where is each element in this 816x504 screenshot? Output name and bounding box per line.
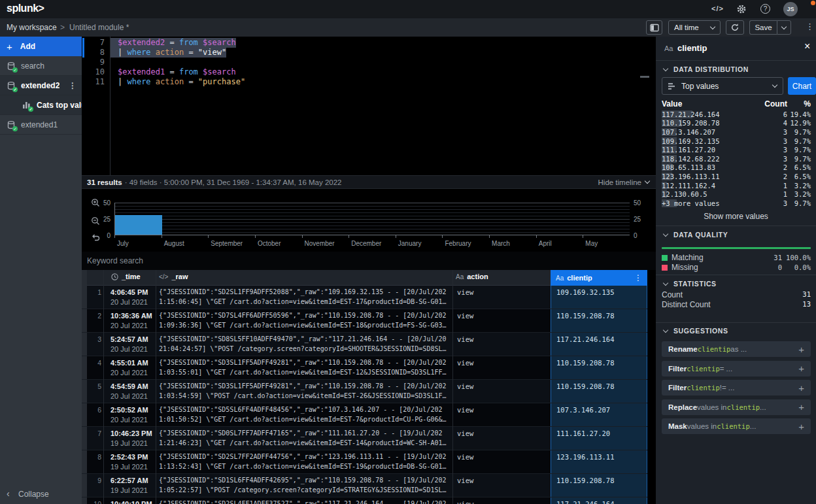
table-row[interactable]: 14:06:45 PM20 Jul 2021{"JSESSIONID":"SD2… <box>82 286 647 309</box>
cell-time: 5:24:57 AM <box>110 335 148 343</box>
show-more-values-link[interactable]: Show more values <box>656 212 816 221</box>
x-tick-label: March <box>492 240 510 247</box>
keyword-search-input[interactable]: Keyword search <box>82 252 656 270</box>
gear-icon[interactable] <box>736 4 747 14</box>
breadcrumb-workspace[interactable]: My workspace <box>7 23 57 32</box>
close-panel-icon[interactable]: × <box>804 41 810 52</box>
help-icon[interactable]: ? <box>760 4 770 14</box>
add-suggestion-icon[interactable]: + <box>798 382 804 394</box>
value-row[interactable]: 111.161.27.2039.7% <box>662 145 811 154</box>
cell-clientip-selected[interactable]: 110.159.208.78 <box>551 309 647 333</box>
timeline-bar[interactable] <box>115 215 162 235</box>
table-row[interactable]: 96:22:57 AM19 Jul 2021{"JSESSIONID":"SD1… <box>82 474 647 497</box>
table-row[interactable]: 1010:40:10 PM19 Jul 2021{"JSESSIONID":"S… <box>82 497 647 504</box>
add-suggestion-icon[interactable]: + <box>798 421 804 432</box>
table-row[interactable]: 35:24:57 AM20 Jul 2021{"JSESSIONID":"SD8… <box>82 333 647 356</box>
code-line-11[interactable]: 11| where action = "purchase" <box>82 77 656 87</box>
cell-clientip-selected[interactable]: 107.3.146.207 <box>551 403 647 427</box>
value-row[interactable]: 117.21.246.164619.4% <box>662 110 811 119</box>
column-divider <box>103 270 104 504</box>
table-row[interactable]: 54:54:59 AM20 Jul 2021{"JSESSIONID":"SD3… <box>82 380 647 403</box>
x-tick <box>208 235 209 238</box>
cell-clientip-selected[interactable]: 117.21.246.164 <box>551 497 647 504</box>
distribution-mode-dropdown[interactable]: Top values <box>662 77 783 95</box>
suggestion-mask[interactable]: Mask values in clientip ...+ <box>662 418 811 434</box>
value-row[interactable]: 112.111.162.413.2% <box>662 181 811 190</box>
table-header-row: _time </> _raw Aa action Aa clientip ⋮ <box>82 270 647 286</box>
add-suggestion-icon[interactable]: + <box>798 344 804 355</box>
value-row[interactable]: 110.159.208.78412.9% <box>662 119 811 128</box>
divider <box>656 322 816 323</box>
line-number: 9 <box>82 58 105 67</box>
chevron-down-icon <box>645 178 650 184</box>
spl-code-editor[interactable]: 7$extended2 = from $search8| where actio… <box>82 37 656 175</box>
value-row[interactable]: 107.3.146.20739.7% <box>662 127 811 137</box>
row-number: 5 <box>87 382 101 390</box>
table-row[interactable]: 710:46:23 PM19 Jul 2021{"JSESSIONID":"SD… <box>82 427 647 450</box>
code-line-7[interactable]: 7$extended2 = from $search <box>82 38 656 48</box>
save-button[interactable]: Save <box>749 20 777 35</box>
hide-timeline-button[interactable]: Hide timeline <box>598 178 649 186</box>
section-data-distribution[interactable]: DATA DISTRIBUTION <box>664 65 749 73</box>
code-icon[interactable]: </> <box>711 5 724 12</box>
save-menu-button[interactable] <box>777 20 791 35</box>
value-row[interactable]: 108.65.113.8326.5% <box>662 163 811 173</box>
cell-clientip-selected[interactable]: 110.159.208.78 <box>551 474 647 497</box>
cell-clientip-selected[interactable]: 110.159.208.78 <box>551 356 647 380</box>
hide-timeline-label: Hide timeline <box>598 178 641 186</box>
column-header-action[interactable]: Aa action <box>456 273 488 280</box>
section-data-quality[interactable]: DATA QUALITY <box>664 231 728 239</box>
pct-cell: 6.5% <box>787 173 811 180</box>
code-line-9[interactable]: 9 <box>82 58 656 67</box>
value-row[interactable]: 12.130.60.513.2% <box>662 190 811 199</box>
suggestion-filter-eq[interactable]: Filter clientip = ...+ <box>662 361 811 377</box>
layout-panel-button[interactable] <box>646 20 662 35</box>
section-statistics[interactable]: STATISTICS <box>664 280 717 288</box>
collapse-button[interactable]: ‹ Collapse <box>7 488 49 499</box>
cell-clientip-selected[interactable]: 110.159.208.78 <box>551 380 647 403</box>
table-row[interactable]: 82:52:43 PM19 Jul 2021{"JSESSIONID":"SD2… <box>82 450 647 474</box>
value-row[interactable]: +3 more values39.7% <box>662 199 811 208</box>
column-header-raw[interactable]: </> _raw <box>159 273 188 280</box>
table-row[interactable]: 62:50:52 AM20 Jul 2021{"JSESSIONID":"SD5… <box>82 403 647 427</box>
refresh-button[interactable] <box>726 20 744 35</box>
item-menu-icon[interactable]: ⋮ <box>69 81 76 90</box>
sidebar-item-extended1[interactable]: ✓extended1 <box>0 115 82 135</box>
value-row[interactable]: 123.196.113.1126.5% <box>662 172 811 181</box>
suggestion-replace[interactable]: Replace values in clientip ...+ <box>662 399 811 415</box>
cell-clientip-selected[interactable]: 111.161.27.20 <box>551 427 647 450</box>
value-cell: 107.3.146.207 <box>662 128 761 136</box>
sidebar-item-extended2[interactable]: ✓extended2⋮ <box>0 76 82 95</box>
column-header-clientip-selected[interactable]: Aa clientip ⋮ <box>551 270 647 286</box>
table-row[interactable]: 210:36:36 AM20 Jul 2021{"JSESSIONID":"SD… <box>82 309 647 333</box>
chart-button[interactable]: Chart <box>788 77 816 95</box>
cell-clientip-selected[interactable]: 117.21.246.164 <box>551 333 647 356</box>
avatar[interactable]: JS <box>783 2 798 16</box>
code-line-10[interactable]: 10$extended1 = from $search <box>82 67 656 77</box>
y-tick-label-left: 50 <box>95 199 110 207</box>
time-range-picker[interactable]: All time <box>668 20 721 35</box>
add-suggestion-icon[interactable]: + <box>798 363 804 374</box>
editor-scroll-indicator[interactable] <box>640 76 649 78</box>
more-menu-icon[interactable]: ⋮ <box>806 22 814 31</box>
cell-clientip-selected[interactable]: 123.196.113.11 <box>551 450 647 474</box>
code-line-8[interactable]: 8| where action = "view" <box>82 48 656 58</box>
suggestion-filter-neq[interactable]: Filter clientip != ...+ <box>662 380 811 395</box>
column-header-time[interactable]: _time <box>111 273 141 280</box>
suggestion-rename[interactable]: Rename clientip as ...+ <box>662 341 811 357</box>
section-suggestions[interactable]: SUGGESTIONS <box>664 327 728 335</box>
sidebar-item-cats-top-valu-[interactable]: ✓Cats top valu... <box>0 95 82 115</box>
sidebar-item-search[interactable]: ✓search <box>0 56 82 76</box>
value-row[interactable]: 118.142.68.22239.7% <box>662 154 811 163</box>
column-menu-icon[interactable]: ⋮ <box>634 273 642 282</box>
cell-clientip-selected[interactable]: 109.169.32.135 <box>551 286 647 309</box>
add-button[interactable]: + Add <box>0 37 82 56</box>
cell-raw-line1: {"JSESSIONID":"SD0SL7FF7ADFF47165","_raw… <box>159 429 442 437</box>
x-tick <box>442 235 443 238</box>
cell-raw-line2: 1:13:52:43] \"GET /cart.do?action=view&i… <box>159 463 447 470</box>
add-suggestion-icon[interactable]: + <box>798 401 804 412</box>
value-row[interactable]: 109.169.32.13539.7% <box>662 137 811 146</box>
table-row[interactable]: 44:55:01 AM20 Jul 2021{"JSESSIONID":"SD3… <box>82 356 647 380</box>
timeline-plot[interactable] <box>114 203 630 235</box>
chevron-down-icon <box>663 65 668 71</box>
